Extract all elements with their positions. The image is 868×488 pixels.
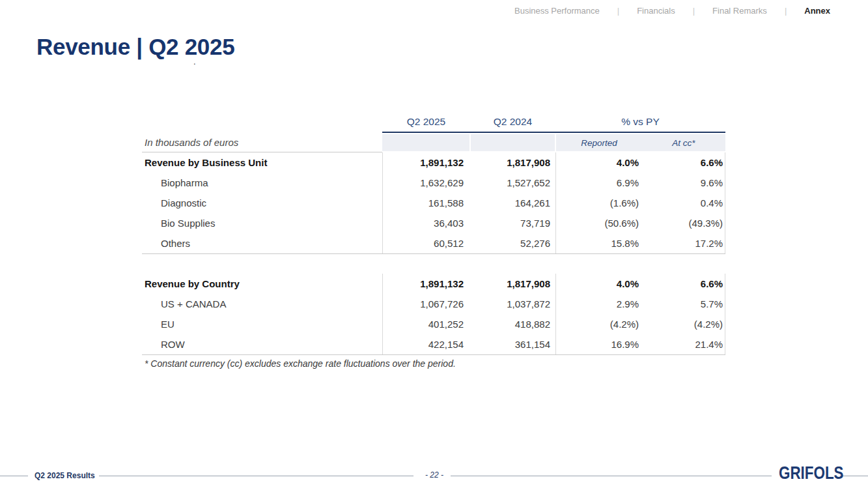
- row-label: Others: [142, 233, 382, 253]
- cell-q2-2024: 361,154: [470, 334, 555, 354]
- band-cell-q2-2024: [471, 134, 555, 151]
- cell-reported: 4.0%: [555, 274, 641, 294]
- cell-q2-2025: 36,403: [382, 213, 470, 233]
- row-label: EU: [142, 314, 382, 334]
- nav-divider: |: [693, 6, 695, 16]
- revenue-table: Q2 2025 Q2 2024 % vs PY In thousands of …: [142, 112, 725, 355]
- cell-q2-2024: 52,276: [470, 233, 555, 253]
- table-subheader-row: In thousands of euros Reported At cc*: [142, 133, 725, 152]
- row-label: Diagnostic: [142, 193, 382, 213]
- table-row: Biopharma 1,632,629 1,527,652 6.9% 9.6%: [142, 173, 725, 193]
- cell-at-cc: 17.2%: [641, 233, 725, 253]
- band-cell-vs-py: Reported At cc*: [556, 134, 725, 151]
- nav-divider: |: [617, 6, 619, 16]
- footer-rule: [451, 476, 772, 476]
- nav-item-final-remarks[interactable]: Final Remarks: [712, 6, 767, 16]
- cell-q2-2025: 60,512: [382, 233, 470, 253]
- table-row: EU 401,252 418,882 (4.2%) (4.2%): [142, 314, 725, 334]
- band-cell-q2-2025: [382, 134, 469, 151]
- row-label: ROW: [142, 334, 382, 354]
- page-number: - 22 -: [420, 470, 449, 480]
- cell-q2-2024: 418,882: [470, 314, 555, 334]
- col-header-q2-2024: Q2 2024: [470, 112, 555, 132]
- row-label: Bio Supplies: [142, 213, 382, 233]
- cell-at-cc: 5.7%: [641, 294, 725, 314]
- footer-rule: [840, 476, 868, 476]
- nav-item-business-performance[interactable]: Business Performance: [514, 6, 600, 16]
- cell-q2-2024: 1,817,908: [470, 274, 555, 294]
- section-country: Revenue by Country 1,891,132 1,817,908 4…: [142, 274, 725, 355]
- row-label: US + CANADA: [142, 294, 382, 314]
- table-header-row: Q2 2025 Q2 2024 % vs PY: [142, 112, 725, 133]
- cell-q2-2025: 1,632,629: [382, 173, 470, 193]
- cell-q2-2024: 1,817,908: [470, 152, 555, 173]
- col-header-q2-2025: Q2 2025: [382, 112, 470, 132]
- subheader-at-cc: At cc*: [642, 138, 725, 148]
- cell-reported: 16.9%: [555, 334, 641, 354]
- header-label-spacer: [142, 112, 382, 133]
- cell-q2-2024: 164,261: [470, 193, 555, 213]
- subheader-reported: Reported: [556, 138, 642, 148]
- cell-at-cc: 6.6%: [641, 152, 725, 173]
- cell-q2-2025: 1,891,132: [382, 274, 470, 294]
- footer-rule: [99, 476, 413, 476]
- cell-reported: 2.9%: [555, 294, 641, 314]
- slide: Business Performance | Financials | Fina…: [0, 0, 868, 488]
- units-note: In thousands of euros: [142, 133, 382, 152]
- cell-q2-2025: 1,067,726: [382, 294, 470, 314]
- cell-q2-2024: 73,719: [470, 213, 555, 233]
- nav-item-annex[interactable]: Annex: [804, 6, 830, 16]
- table-row: ROW 422,154 361,154 16.9% 21.4%: [142, 334, 725, 354]
- section-nav: Business Performance | Financials | Fina…: [514, 6, 830, 16]
- cell-reported: 6.9%: [555, 173, 641, 193]
- row-label: Biopharma: [142, 173, 382, 193]
- cell-at-cc: 0.4%: [641, 193, 725, 213]
- cell-at-cc: (4.2%): [641, 314, 725, 334]
- section-business-unit: Revenue by Business Unit 1,891,132 1,817…: [142, 152, 725, 254]
- row-label: Revenue by Business Unit: [142, 152, 382, 173]
- footnote: * Constant currency (cc) excludes exchan…: [145, 358, 456, 369]
- page-title: Revenue | Q2 2025: [36, 34, 234, 60]
- cell-q2-2025: 422,154: [382, 334, 470, 354]
- footer-deck-title: Q2 2025 Results: [35, 471, 95, 480]
- cell-at-cc: (49.3%): [641, 213, 725, 233]
- stray-period: .: [193, 57, 196, 66]
- table-row: Others 60,512 52,276 15.8% 17.2%: [142, 233, 725, 253]
- cell-at-cc: 9.6%: [641, 173, 725, 193]
- cell-q2-2024: 1,037,872: [470, 294, 555, 314]
- cell-reported: (4.2%): [555, 314, 641, 334]
- subheader-band: Reported At cc*: [382, 133, 725, 152]
- cell-at-cc: 6.6%: [641, 274, 725, 294]
- table-row: Revenue by Business Unit 1,891,132 1,817…: [142, 152, 725, 173]
- cell-q2-2025: 401,252: [382, 314, 470, 334]
- cell-q2-2025: 1,891,132: [382, 152, 470, 173]
- cell-at-cc: 21.4%: [641, 334, 725, 354]
- footer-rule: [0, 476, 28, 476]
- cell-reported: 15.8%: [555, 233, 641, 253]
- nav-item-financials[interactable]: Financials: [637, 6, 675, 16]
- cell-reported: 4.0%: [555, 152, 641, 173]
- table-row: Diagnostic 161,588 164,261 (1.6%) 0.4%: [142, 193, 725, 213]
- table-row: Bio Supplies 36,403 73,719 (50.6%) (49.3…: [142, 213, 725, 233]
- cell-q2-2025: 161,588: [382, 193, 470, 213]
- table-row: US + CANADA 1,067,726 1,037,872 2.9% 5.7…: [142, 294, 725, 314]
- table-row: Revenue by Country 1,891,132 1,817,908 4…: [142, 274, 725, 294]
- cell-reported: (1.6%): [555, 193, 641, 213]
- nav-divider: |: [785, 6, 787, 16]
- col-header-vs-py: % vs PY: [555, 112, 725, 132]
- cell-q2-2024: 1,527,652: [470, 173, 555, 193]
- grifols-logo: GRIFOLS: [779, 463, 844, 483]
- header-numeric-group: Q2 2025 Q2 2024 % vs PY: [382, 112, 725, 133]
- row-label: Revenue by Country: [142, 274, 382, 294]
- cell-reported: (50.6%): [555, 213, 641, 233]
